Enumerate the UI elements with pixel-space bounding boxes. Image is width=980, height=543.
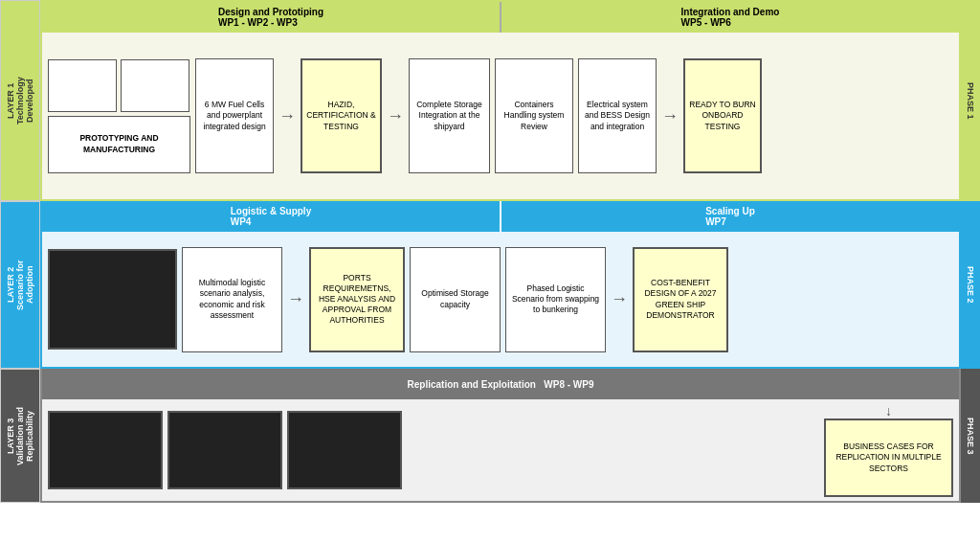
phase1-wp-left-line2: WP1 - WP2 - WP3 (218, 17, 323, 28)
phase1-wp-right-line1: Integration and Demo (681, 7, 780, 17)
optimised-card: Optimised Storage capacity (410, 247, 501, 352)
small-card-2 (121, 59, 189, 112)
hazid-text: HAZID, CERTIFICATION & TESTING (306, 100, 376, 131)
proto-stack: PROTOTYPING ANDMANUFACTURING (48, 59, 190, 173)
ready-burn-card: READY TO BURN ONBOARD TESTING (683, 58, 762, 173)
phase1-body: PROTOTYPING ANDMANUFACTURING 6 MW Fuel C… (42, 33, 959, 199)
cost-benefit-text: COST-BENEFIT DESIGN OF A 2027 GREEN SHIP… (638, 278, 723, 320)
phase3-right-label: PHASE 3 (961, 369, 980, 503)
optimised-text: Optimised Storage capacity (414, 288, 496, 309)
arrow-2: → (387, 106, 404, 126)
fuel-cells-text: 6 MW Fuel Cells and powerplant integrate… (200, 100, 269, 131)
phase3-blank-3 (287, 411, 402, 489)
layer2-label: LAYER 2Scenario forAdoption (0, 201, 40, 369)
phased-text: Phased Logistic Scenario from swapping t… (510, 283, 601, 315)
phase1-header: Design and Prototiping WP1 - WP2 - WP3 I… (42, 2, 959, 33)
right-labels: PHASE 1 PHASE 2 PHASE 3 (961, 0, 980, 543)
layer2-title: LAYER 2Scenario forAdoption (6, 260, 34, 310)
phase1-section: Design and Prototiping WP1 - WP2 - WP3 I… (40, 0, 961, 201)
arrow-1: → (278, 106, 296, 126)
arrow-3: → (661, 106, 679, 126)
small-cards-row (48, 59, 190, 112)
arrow-4: → (287, 289, 304, 309)
phase2-header-left: Logistic & Supply WP4 (42, 201, 501, 232)
complete-storage-card: Complete Storage Integration at the ship… (409, 58, 490, 173)
phase3-header-line2: WP8 - WP9 (544, 379, 593, 390)
phase2-section: Logistic & Supply WP4 Scaling Up WP7 Mul… (40, 201, 961, 369)
phase1-wp-left-line1: Design and Prototiping (218, 7, 323, 17)
phase1-right-label: PHASE 1 (961, 0, 980, 201)
multimodal-text: Multimodal logistic scenario analysis, e… (187, 278, 278, 320)
proto-manufacturing-card: PROTOTYPING ANDMANUFACTURING (48, 116, 190, 173)
containers-text: Containers Handling system Review (500, 100, 568, 131)
cost-benefit-card: COST-BENEFIT DESIGN OF A 2027 GREEN SHIP… (633, 247, 728, 352)
center-content: Design and Prototiping WP1 - WP2 - WP3 I… (40, 0, 961, 543)
business-cases-text: BUSINESS CASES FOR REPLICATION IN MULTIP… (830, 441, 947, 473)
phase3-right-text: PHASE 3 (966, 418, 975, 455)
phase2-header: Logistic & Supply WP4 Scaling Up WP7 (42, 201, 959, 232)
hazid-card: HAZID, CERTIFICATION & TESTING (301, 58, 382, 173)
left-labels: LAYER 1TechnologyDeveloped LAYER 2Scenar… (0, 0, 40, 543)
layer3-title: LAYER 3Validation andReplicability (6, 407, 34, 465)
layer1-label: LAYER 1TechnologyDeveloped (0, 0, 40, 201)
containers-card: Containers Handling system Review (495, 58, 573, 173)
phase3-header-line1: Replication and Exploitation (407, 379, 535, 390)
phase1-header-right: Integration and Demo WP5 - WP6 (501, 2, 959, 33)
electrical-text: Electrical system and BESS Design and in… (583, 100, 652, 131)
business-cases-card: BUSINESS CASES FOR REPLICATION IN MULTIP… (824, 419, 953, 497)
main-container: LAYER 1TechnologyDeveloped LAYER 2Scenar… (0, 0, 980, 543)
small-card-1 (48, 59, 117, 112)
complete-storage-text: Complete Storage Integration at the ship… (413, 100, 485, 131)
phase2-body: Multimodal logistic scenario analysis, e… (42, 232, 959, 367)
phase3-blank-2 (167, 411, 282, 489)
phase1-header-left: Design and Prototiping WP1 - WP2 - WP3 (42, 2, 501, 33)
arrow-5: → (611, 289, 628, 309)
phase3-blank-1 (48, 411, 163, 489)
phase3-header: Replication and Exploitation WP8 - WP9 (42, 369, 959, 399)
multimodal-card: Multimodal logistic scenario analysis, e… (182, 247, 282, 352)
ports-card: PORTS REQUIREMETNS, HSE ANALYSIS AND APP… (309, 247, 405, 352)
phase2-right-label: PHASE 2 (961, 201, 980, 369)
layer1-title: LAYER 1TechnologyDeveloped (6, 77, 34, 124)
phase1-wp-right-line2: WP5 - WP6 (681, 17, 780, 28)
layer3-label: LAYER 3Validation andReplicability (0, 369, 40, 503)
phase2-wp-right-line2: WP7 (705, 216, 755, 227)
arrow-down-phase3: ↓ (885, 403, 892, 419)
phased-card: Phased Logistic Scenario from swapping t… (505, 247, 606, 352)
fuel-cells-card: 6 MW Fuel Cells and powerplant integrate… (195, 58, 274, 173)
phase2-wp-left-line2: WP4 (231, 216, 311, 227)
phase2-wp-right-line1: Scaling Up (705, 206, 755, 216)
ready-burn-text: READY TO BURN ONBOARD TESTING (689, 100, 756, 131)
business-cases-group: ↓ BUSINESS CASES FOR REPLICATION IN MULT… (824, 403, 953, 497)
electrical-card: Electrical system and BESS Design and in… (578, 58, 657, 173)
ports-text: PORTS REQUIREMETNS, HSE ANALYSIS AND APP… (315, 273, 399, 326)
phase2-wp-left-line1: Logistic & Supply (231, 206, 311, 216)
phase2-header-right: Scaling Up WP7 (501, 201, 959, 232)
phase3-section: Replication and Exploitation WP8 - WP9 ↓… (40, 369, 961, 503)
phase1-right-text: PHASE 1 (966, 82, 975, 120)
phase2-right-text: PHASE 2 (966, 266, 975, 304)
phase2-blank-card (48, 249, 177, 350)
phase3-body: ↓ BUSINESS CASES FOR REPLICATION IN MULT… (42, 399, 959, 501)
